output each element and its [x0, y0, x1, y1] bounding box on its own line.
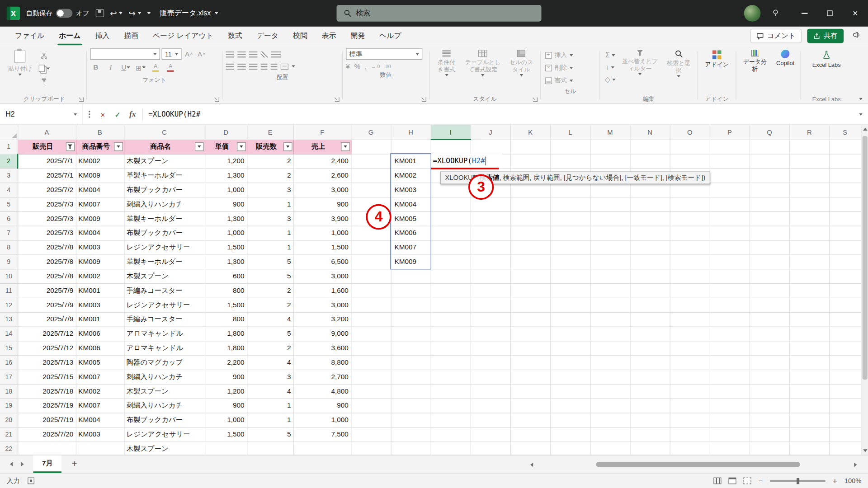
- cell-L1[interactable]: [550, 140, 590, 154]
- cell-P21[interactable]: [710, 427, 750, 441]
- ribbon-tab-data[interactable]: データ: [250, 27, 286, 46]
- cell-A4[interactable]: 2025/7/2: [18, 183, 76, 197]
- cell-F9[interactable]: 6,500: [293, 254, 351, 269]
- cell-G16[interactable]: [351, 355, 391, 370]
- ribbon-tab-help[interactable]: ヘルプ: [372, 27, 409, 46]
- cell-K15[interactable]: [510, 341, 550, 355]
- cell-J20[interactable]: [471, 413, 510, 427]
- column-header-O[interactable]: O: [670, 125, 710, 140]
- cell-H8[interactable]: KM007: [391, 240, 430, 254]
- cell-E9[interactable]: 5: [247, 254, 293, 269]
- filter-button-A[interactable]: [66, 142, 75, 151]
- cell-E21[interactable]: 5: [247, 427, 293, 441]
- cell-R14[interactable]: [789, 326, 829, 341]
- cell-F4[interactable]: 3,000: [293, 183, 351, 197]
- zoom-out-button[interactable]: −: [758, 476, 763, 485]
- cell-K12[interactable]: [510, 298, 550, 312]
- cell-I9[interactable]: [431, 254, 471, 269]
- cell-M8[interactable]: [590, 240, 630, 254]
- cell-A12[interactable]: 2025/7/9: [18, 298, 76, 312]
- cell-K8[interactable]: [510, 240, 550, 254]
- cell-D5[interactable]: 900: [205, 197, 247, 211]
- cell-R4[interactable]: [789, 183, 829, 197]
- cell-R11[interactable]: [789, 283, 829, 298]
- cell-K11[interactable]: [510, 283, 550, 298]
- cell-N20[interactable]: [630, 413, 670, 427]
- cell-S5[interactable]: [829, 197, 861, 211]
- cell-F11[interactable]: 1,600: [293, 283, 351, 298]
- horizontal-scrollbar-track[interactable]: [535, 461, 852, 467]
- row-header-5[interactable]: 5: [0, 197, 18, 211]
- horizontal-scrollbar[interactable]: [530, 461, 857, 467]
- column-header-Q[interactable]: Q: [750, 125, 789, 140]
- cell-S21[interactable]: [829, 427, 861, 441]
- cell-D1[interactable]: 単価: [205, 140, 247, 154]
- row-header-11[interactable]: 11: [0, 283, 18, 298]
- cell-N6[interactable]: [630, 211, 670, 226]
- comments-button[interactable]: コメント: [750, 29, 802, 43]
- cell-R8[interactable]: [789, 240, 829, 254]
- cell-N12[interactable]: [630, 298, 670, 312]
- cell-I8[interactable]: [431, 240, 471, 254]
- cell-P17[interactable]: [710, 370, 750, 384]
- cell-C4[interactable]: 布製ブックカバー: [124, 183, 205, 197]
- cell-R13[interactable]: [789, 312, 829, 327]
- cell-P19[interactable]: [710, 399, 750, 413]
- zoom-slider-thumb[interactable]: [797, 478, 799, 483]
- cell-R3[interactable]: [789, 168, 829, 183]
- column-header-F[interactable]: F: [293, 125, 351, 140]
- cell-M10[interactable]: [590, 269, 630, 283]
- cell-S9[interactable]: [829, 254, 861, 269]
- cell-S15[interactable]: [829, 341, 861, 355]
- cell-Q2[interactable]: [750, 154, 789, 168]
- cell-M9[interactable]: [590, 254, 630, 269]
- cell-A2[interactable]: 2025/7/1: [18, 154, 76, 168]
- cell-Q22[interactable]: [750, 441, 789, 455]
- cell-N16[interactable]: [630, 355, 670, 370]
- cell-Q4[interactable]: [750, 183, 789, 197]
- cell-K6[interactable]: [510, 211, 550, 226]
- format-painter-button[interactable]: [38, 75, 51, 87]
- cell-P2[interactable]: [710, 154, 750, 168]
- cell-N5[interactable]: [630, 197, 670, 211]
- cell-G21[interactable]: [351, 427, 391, 441]
- cell-B18[interactable]: KM002: [76, 384, 124, 399]
- cell-J10[interactable]: [471, 269, 510, 283]
- cell-P9[interactable]: [710, 254, 750, 269]
- cell-styles-button[interactable]: セルのスタイル: [505, 48, 537, 78]
- cell-I1[interactable]: [431, 140, 471, 154]
- ribbon-tab-insert[interactable]: 挿入: [88, 27, 117, 46]
- cell-C14[interactable]: アロマキャンドル: [124, 326, 205, 341]
- font-size-combobox[interactable]: 11: [162, 48, 182, 60]
- cell-L4[interactable]: [550, 183, 590, 197]
- cell-B3[interactable]: KM009: [76, 168, 124, 183]
- filter-button-D[interactable]: [236, 142, 245, 151]
- row-header-12[interactable]: 12: [0, 298, 18, 312]
- clear-button[interactable]: ◇: [604, 74, 617, 85]
- cell-H3[interactable]: KM002: [391, 168, 430, 183]
- cell-N15[interactable]: [630, 341, 670, 355]
- cell-K21[interactable]: [510, 427, 550, 441]
- cell-D14[interactable]: 1,800: [205, 326, 247, 341]
- cell-G2[interactable]: [351, 154, 391, 168]
- cell-O21[interactable]: [670, 427, 710, 441]
- cell-A11[interactable]: 2025/7/9: [18, 283, 76, 298]
- cell-B20[interactable]: KM004: [76, 413, 124, 427]
- cell-C16[interactable]: 陶器のマグカップ: [124, 355, 205, 370]
- cell-M14[interactable]: [590, 326, 630, 341]
- cell-K22[interactable]: [510, 441, 550, 455]
- cell-K13[interactable]: [510, 312, 550, 327]
- cell-A5[interactable]: 2025/7/3: [18, 197, 76, 211]
- ribbon-tab-home[interactable]: ホーム: [52, 27, 88, 46]
- cell-E6[interactable]: 3: [247, 211, 293, 226]
- cell-Q3[interactable]: [750, 168, 789, 183]
- document-title[interactable]: 販売データ.xlsx: [160, 8, 218, 18]
- horizontal-scrollbar-thumb[interactable]: [596, 462, 800, 467]
- zoom-slider[interactable]: [770, 480, 825, 482]
- cell-E3[interactable]: 2: [247, 168, 293, 183]
- cell-D13[interactable]: 800: [205, 312, 247, 327]
- cell-mode-indicator[interactable]: 入力: [7, 476, 20, 486]
- cell-S13[interactable]: [829, 312, 861, 327]
- cell-Q21[interactable]: [750, 427, 789, 441]
- cell-Q19[interactable]: [750, 399, 789, 413]
